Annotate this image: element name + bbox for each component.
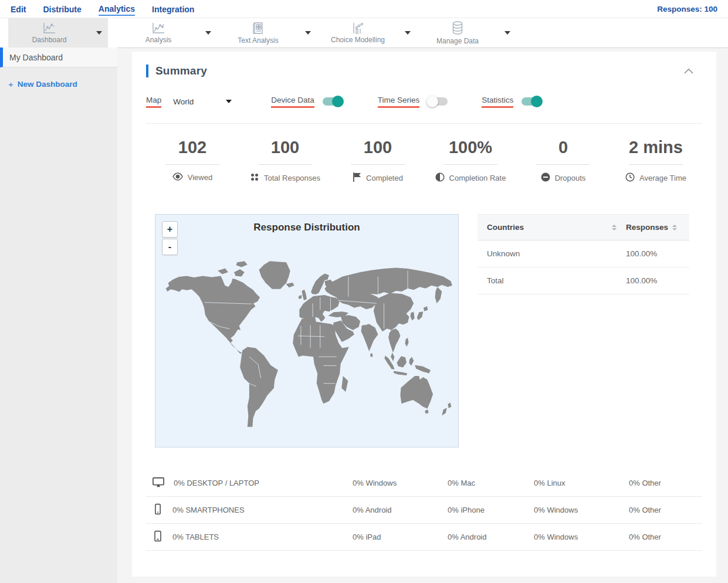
toolbar-label: Dashboard (32, 36, 67, 44)
toolbar-group-text-analysis: Text Analysis (217, 18, 317, 48)
device-category-label: 0% SMARTPHONES (172, 506, 245, 514)
stat-completion-rate: 100% Completion Rate (424, 138, 517, 184)
divider (629, 164, 683, 165)
map-and-countries-row: Response Distribution + - (146, 214, 702, 448)
nav-item-distribute[interactable]: Distribute (43, 3, 81, 15)
tablet-icon (152, 530, 164, 544)
top-nav: Edit Distribute Analytics Integration Re… (0, 0, 728, 18)
sidebar-item-my-dashboard[interactable]: My Dashboard (0, 48, 117, 67)
device-stat: 0% Windows (534, 506, 629, 514)
toolbar-item-analysis[interactable]: Analysis (117, 18, 199, 48)
text-analysis-dropdown-caret[interactable] (299, 18, 317, 48)
time-series-toggle[interactable] (428, 97, 448, 106)
table-row: Unknown 100.00% (478, 240, 689, 267)
sort-icon[interactable] (672, 225, 677, 231)
stat-value: 100% (424, 138, 517, 157)
collapse-panel-button[interactable] (683, 68, 694, 74)
desktop-icon (152, 476, 165, 490)
manage-data-dropdown-caret[interactable] (499, 18, 516, 48)
device-data-toggle[interactable] (323, 97, 343, 106)
time-series-label: Time Series (378, 96, 420, 108)
dashboard-sidebar: My Dashboard + New Dashboard (0, 48, 117, 583)
stat-viewed: 102 Viewed (146, 138, 239, 184)
device-stat: 0% Windows (534, 533, 629, 541)
table-row: 0% DESKTOP / LAPTOP 0% Windows 0% Mac 0%… (146, 470, 702, 497)
stat-label: Completion Rate (449, 174, 506, 182)
summary-header: Summary (146, 52, 702, 77)
toolbar-label: Analysis (145, 36, 172, 44)
divider (146, 123, 702, 124)
toolbar-group-analysis: Analysis (117, 18, 217, 48)
table-row: 0% SMARTPHONES 0% Android 0% iPhone 0% W… (146, 497, 702, 524)
analysis-chart-icon (151, 22, 166, 35)
toolbar-label: Text Analysis (238, 36, 278, 45)
country-name: Total (487, 276, 626, 285)
stat-average-time: 2 mins Average Time (610, 138, 702, 184)
responses-header-label: Responses (626, 223, 668, 232)
device-stat: 0% Mac (448, 479, 534, 487)
stat-value: 100 (239, 138, 331, 157)
half-circle-icon (435, 172, 445, 184)
nav-item-integration[interactable]: Integration (152, 3, 194, 15)
nav-item-edit[interactable]: Edit (11, 3, 26, 15)
nav-item-analytics[interactable]: Analytics (99, 2, 135, 16)
stat-value: 102 (146, 138, 239, 157)
map-zoom-in-button[interactable]: + (162, 221, 178, 238)
text-analysis-icon (251, 21, 265, 35)
map-region-select[interactable]: World (173, 97, 232, 106)
toolbar-item-dashboard[interactable]: Dashboard (8, 18, 90, 48)
toggle-knob (426, 96, 438, 107)
choice-modelling-dropdown-caret[interactable] (399, 18, 417, 48)
sidebar-item-label: My Dashboard (9, 53, 63, 62)
world-map[interactable] (158, 257, 455, 436)
eye-icon (172, 172, 183, 182)
stat-label: Total Responses (264, 174, 320, 182)
new-dashboard-label: New Dashboard (18, 80, 77, 89)
device-category-label: 0% DESKTOP / LAPTOP (174, 479, 259, 487)
page-title: Summary (155, 65, 207, 77)
toggle-knob (531, 96, 543, 107)
plus-icon: + (8, 79, 13, 89)
device-stat: 0% Linux (534, 479, 629, 487)
table-row: 0% TABLETS 0% iPad 0% Android 0% Windows… (146, 524, 702, 551)
divider (258, 164, 312, 165)
dashboard-dropdown-caret[interactable] (90, 18, 108, 48)
new-dashboard-button[interactable]: + New Dashboard (8, 79, 109, 89)
device-stat: 0% iPhone (448, 506, 534, 514)
country-responses: 100.00% (626, 276, 680, 285)
device-category-label: 0% TABLETS (172, 533, 219, 541)
map-zoom-out-button[interactable]: - (162, 239, 178, 255)
toolbar-item-choice-modelling[interactable]: Choice Modelling (317, 18, 399, 48)
toggle-knob (332, 96, 344, 107)
device-stat: 0% Android (448, 533, 534, 541)
device-stat: 0% Other (629, 533, 702, 541)
summary-controls: Map World Device Data Time Series Statis… (146, 94, 702, 109)
device-stat: 0% iPad (353, 533, 448, 541)
chevron-down-icon (96, 31, 102, 35)
analytics-toolbar: Dashboard Analysis Text Analysis Choice … (0, 18, 728, 48)
chevron-down-icon (405, 31, 411, 35)
countries-table: Countries Responses Unknown 100.00% Tota… (478, 214, 689, 448)
device-data-label: Device Data (271, 96, 314, 108)
country-responses: 100.00% (626, 249, 680, 258)
divider (165, 164, 219, 165)
map-zoom-controls: + - (162, 221, 178, 255)
toolbar-group-choice-modelling: Choice Modelling (317, 18, 417, 48)
toolbar-item-manage-data[interactable]: Manage Data (417, 18, 499, 48)
response-distribution-map: Response Distribution + - (155, 214, 459, 448)
country-name: Unknown (487, 249, 626, 258)
stat-label: Viewed (188, 173, 212, 182)
sort-icon[interactable] (612, 225, 617, 231)
statistics-toggle[interactable] (522, 97, 541, 106)
divider (443, 164, 497, 165)
device-stat: 0% Android (353, 506, 448, 514)
analysis-dropdown-caret[interactable] (199, 18, 217, 48)
chevron-down-icon (504, 31, 510, 35)
toolbar-item-text-analysis[interactable]: Text Analysis (217, 18, 299, 48)
device-stat: 0% Other (629, 479, 702, 487)
summary-panel: Summary Map World Device Data Time Serie… (132, 52, 716, 577)
chevron-down-icon (205, 31, 211, 35)
accent-bar (146, 65, 148, 77)
map-title: Response Distribution (155, 222, 458, 233)
stat-dropouts: 0 Dropouts (517, 138, 610, 184)
